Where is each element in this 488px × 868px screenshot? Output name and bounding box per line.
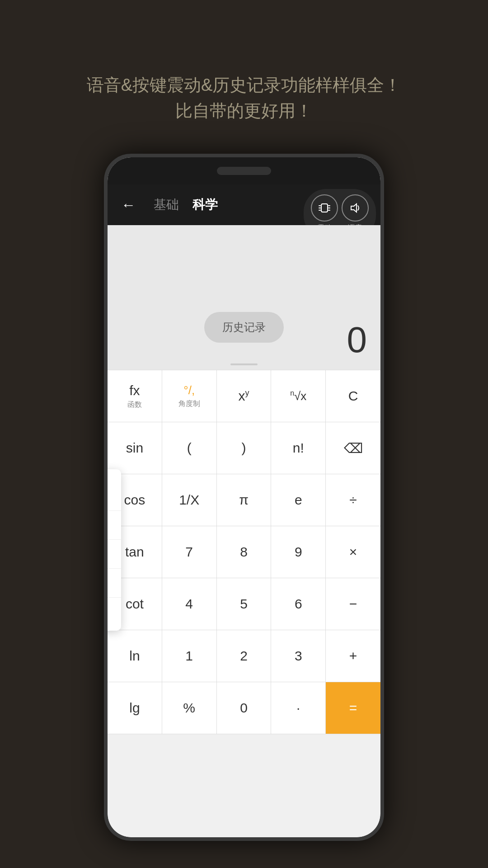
speaker [217,167,271,175]
btn-multiply[interactable]: × [326,526,380,578]
btn-reciprocal[interactable]: 1/X [162,474,217,526]
btn-e[interactable]: e [271,474,326,526]
power-button [380,316,384,374]
display-area: 历史记录 0 [108,225,380,370]
side-panel-cot[interactable]: cot-1 [108,598,121,626]
btn-8[interactable]: 8 [217,526,272,578]
tab-science[interactable]: 科学 [192,196,218,213]
btn-lparen[interactable]: ( [162,422,217,474]
side-panel-tan[interactable]: tan-1 [108,569,121,598]
svg-rect-0 [321,204,328,212]
vibrate-icon [311,194,338,222]
btn-factorial[interactable]: n! [271,422,326,474]
history-button[interactable]: 历史记录 [204,312,284,343]
phone-frame: ← 基础 科学 [104,154,384,841]
side-panel-sin[interactable]: sin-1 [108,511,121,540]
btn-2[interactable]: 2 [217,630,272,682]
svg-marker-7 [351,204,357,212]
display-divider [230,363,258,365]
keyboard-wrapper: fx -1 反函数 sin-1 cos-1 tan-1 cot-1 [108,370,380,734]
btn-7[interactable]: 7 [162,526,217,578]
btn-1[interactable]: 1 [162,630,217,682]
btn-add[interactable]: + [326,630,380,682]
btn-ln[interactable]: ln [108,630,162,682]
status-bar [108,157,380,184]
back-button[interactable]: ← [121,197,136,213]
btn-subtract[interactable]: − [326,578,380,630]
btn-6[interactable]: 6 [271,578,326,630]
side-panel-header[interactable]: fx -1 反函数 [108,474,121,511]
display-number: 0 [347,319,367,361]
btn-clear[interactable]: C [326,370,380,422]
btn-nroot[interactable]: n√x [271,370,326,422]
btn-5[interactable]: 5 [217,578,272,630]
btn-4[interactable]: 4 [162,578,217,630]
btn-divide[interactable]: ÷ [326,474,380,526]
btn-0[interactable]: 0 [217,682,272,734]
btn-9[interactable]: 9 [271,526,326,578]
btn-rparen[interactable]: ) [217,422,272,474]
btn-equals[interactable]: = [326,682,380,734]
btn-xy[interactable]: xy [217,370,272,422]
promo-line1: 语音&按键震动&历史记录功能样样俱全！ [36,72,452,98]
app-header: ← 基础 科学 [108,184,380,225]
calculator-grid: fx 函数 °/, 角度制 xy n√x C sin [108,370,380,734]
volume-button-left [104,293,108,329]
btn-3[interactable]: 3 [271,630,326,682]
btn-lg[interactable]: lg [108,682,162,734]
phone-screen: ← 基础 科学 [108,157,380,837]
btn-sin[interactable]: sin [108,422,162,474]
tab-basic[interactable]: 基础 [154,196,179,213]
btn-percent[interactable]: % [162,682,217,734]
btn-angle[interactable]: °/, 角度制 [162,370,217,422]
btn-dot[interactable]: · [271,682,326,734]
side-panel: fx -1 反函数 sin-1 cos-1 tan-1 cot-1 [108,469,121,631]
btn-pi[interactable]: π [217,474,272,526]
btn-fx[interactable]: fx 函数 [108,370,162,422]
sound-icon [342,194,369,222]
promo-text: 语音&按键震动&历史记录功能样样俱全！ 比自带的更好用！ [0,0,488,151]
side-panel-cos[interactable]: cos-1 [108,540,121,569]
promo-line2: 比自带的更好用！ [36,98,452,124]
btn-backspace[interactable]: ⌫ [326,422,380,474]
